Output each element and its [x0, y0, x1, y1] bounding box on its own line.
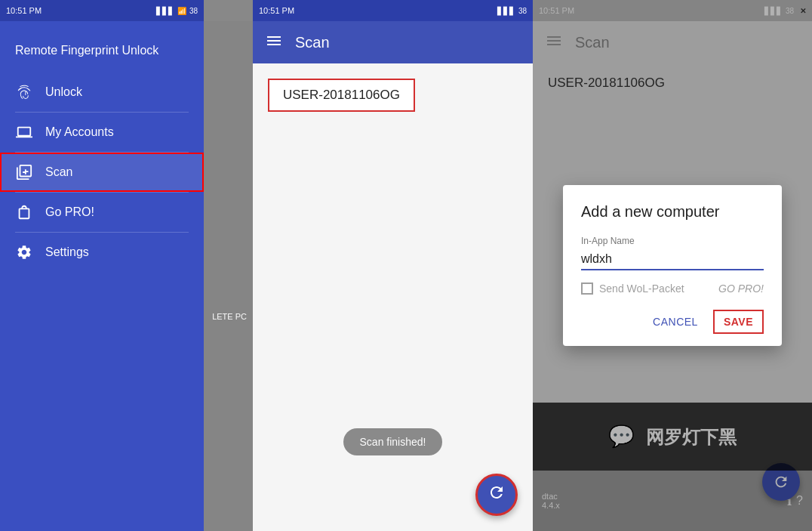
signal-icon: 📶 [177, 7, 186, 15]
sidebar-item-settings[interactable]: Settings [0, 233, 204, 272]
gear-icon [15, 243, 33, 261]
wifi-icon: ▋▋▋ [156, 7, 174, 15]
wol-row: Send WoL-Packet GO PRO! [581, 282, 764, 295]
status-bar-time-1: 10:51 PM [6, 6, 42, 15]
sidebar-item-label-gopro: Go PRO! [45, 205, 94, 219]
scan-app-bar-title: Scan [295, 34, 330, 51]
panel-sidebar: 10:51 PM ▋▋▋ 📶 38 Remote Fingerprint Unl… [0, 0, 253, 531]
wol-label: Send WoL-Packet [599, 282, 684, 295]
sidebar: 10:51 PM ▋▋▋ 📶 38 Remote Fingerprint Unl… [0, 0, 204, 531]
sidebar-item-label-scan: Scan [45, 165, 72, 179]
scan-area [268, 127, 518, 516]
signal-icon-2: ▋▋▋ [497, 7, 515, 15]
hamburger-icon[interactable] [265, 32, 283, 54]
dialog-title: Add a new computer [581, 203, 764, 221]
save-button[interactable]: SAVE [713, 310, 764, 334]
in-app-name-input[interactable] [581, 249, 764, 269]
dialog-overlay: Add a new computer In-App Name Send WoL-… [533, 0, 812, 531]
wol-checkbox[interactable] [581, 282, 593, 295]
sidebar-app-name: Remote Fingerprint Unlock [0, 21, 204, 73]
sidebar-item-my-accounts[interactable]: My Accounts [0, 113, 204, 152]
refresh-icon [488, 483, 506, 506]
status-bar-2: 10:51 PM ▋▋▋ 38 [253, 0, 533, 21]
status-bar-1: 10:51 PM ▋▋▋ 📶 38 [0, 0, 204, 21]
status-icons-2: ▋▋▋ 38 [497, 7, 527, 15]
sidebar-item-scan[interactable]: Scan [0, 153, 204, 192]
overlay-status-bar [204, 0, 253, 21]
wol-left: Send WoL-Packet [581, 282, 684, 295]
panel-1-overlay: LETE PC [204, 0, 253, 531]
fingerprint-icon [15, 83, 33, 101]
sidebar-item-label-settings: Settings [45, 245, 89, 259]
sidebar-nav: Unlock My Accounts Scan [0, 73, 204, 531]
sidebar-item-unlock[interactable]: Unlock [0, 73, 204, 112]
go-pro-label: GO PRO! [718, 282, 764, 295]
bag-icon [15, 203, 33, 221]
lete-pc-text: LETE PC [209, 306, 250, 327]
cancel-button[interactable]: CANCEL [644, 310, 707, 334]
battery-label-1: 38 [189, 7, 198, 15]
in-app-name-label: In-App Name [581, 236, 764, 246]
add-computer-dialog: Add a new computer In-App Name Send WoL-… [563, 185, 782, 346]
scan-add-icon [15, 163, 33, 181]
scan-finished-badge: Scan finished! [343, 428, 443, 455]
scan-app-bar: Scan [253, 21, 533, 63]
sidebar-item-label-unlock: Unlock [45, 85, 82, 99]
user-id-box: USER-20181106OG [268, 79, 415, 112]
status-bar-icons-1: ▋▋▋ 📶 38 [156, 7, 198, 15]
status-time-2: 10:51 PM [259, 6, 294, 15]
in-app-name-field-wrapper [581, 249, 764, 270]
sidebar-item-label-accounts: My Accounts [45, 125, 114, 139]
laptop-icon [15, 123, 33, 141]
sidebar-item-go-pro[interactable]: Go PRO! [0, 193, 204, 232]
panel-dialog: 10:51 PM ▋▋▋ 38 ✕ Scan USER-20181106OG A… [533, 0, 812, 531]
battery-2: 38 [518, 7, 527, 15]
panel-scan: 10:51 PM ▋▋▋ 38 Scan USER-20181106OG Sca… [253, 0, 533, 531]
dialog-actions: CANCEL SAVE [581, 310, 764, 334]
scan-content: USER-20181106OG Scan finished! [253, 63, 533, 531]
scan-fab-button[interactable] [475, 474, 518, 516]
